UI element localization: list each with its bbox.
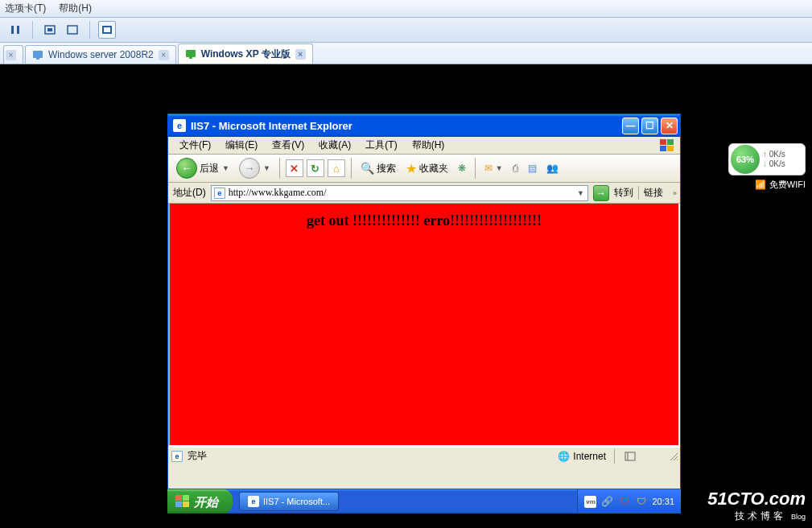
taskbar-item-ie[interactable]: e IIS7 - Microsoft...	[239, 492, 339, 511]
address-input[interactable]	[229, 187, 573, 199]
resize-grip[interactable]	[649, 449, 680, 464]
ie-window: IIS7 - Microsoft Internet Explorer — ☐ ✕…	[167, 113, 681, 489]
security-center-icon[interactable]: 🛡	[635, 496, 647, 508]
chevron-down-icon[interactable]: ▼	[496, 164, 503, 172]
zone-label: Internet	[573, 451, 606, 462]
watermark: 51CTO.com 技术博客Blog	[707, 490, 806, 523]
vm-icon	[32, 49, 43, 60]
menu-edit[interactable]: 编辑(E)	[219, 137, 264, 154]
maximize-button[interactable]: ☐	[641, 118, 658, 134]
mail-button[interactable]: ✉▼	[481, 157, 506, 179]
chevron-down-icon[interactable]: ▼	[577, 189, 587, 197]
separator	[89, 21, 90, 39]
vm-tab-xp[interactable]: Windows XP 专业版 ×	[178, 43, 313, 64]
refresh-button[interactable]: ↻	[307, 159, 324, 177]
upload-rate: 0K/s	[769, 150, 785, 159]
stop-button[interactable]: ✕	[286, 159, 303, 177]
xp-taskbar: 开始 e IIS7 - Microsoft... vm 🔗 🛡 🛡 20:31	[167, 489, 681, 514]
back-button[interactable]: ← 后退 ▼	[173, 157, 233, 179]
wifi-icon: 📶	[755, 179, 766, 190]
security-shield-icon[interactable]: 🛡	[618, 496, 630, 508]
svg-rect-0	[11, 26, 14, 34]
menu-view[interactable]: 查看(V)	[266, 137, 311, 154]
svg-rect-15	[625, 452, 635, 460]
close-icon[interactable]: ×	[159, 50, 169, 60]
close-icon[interactable]: ×	[6, 50, 16, 60]
favorites-button[interactable]: ★ 收藏夹	[402, 157, 451, 179]
print-icon: ⎙	[513, 163, 518, 174]
address-input-wrap[interactable]: e ▼	[211, 185, 588, 201]
download-rate: 0K/s	[769, 159, 785, 168]
messenger-icon: 👥	[546, 163, 559, 174]
svg-rect-14	[667, 146, 674, 151]
sidebar-toggle[interactable]	[614, 449, 645, 464]
separator	[351, 158, 352, 179]
edit-button[interactable]: ▤	[525, 157, 540, 179]
chevron-down-icon[interactable]: ▼	[222, 164, 229, 172]
menu-file[interactable]: 文件(F)	[173, 137, 217, 154]
svg-line-17	[670, 453, 678, 460]
separator	[32, 21, 33, 39]
host-menu-help[interactable]: 帮助(H)	[59, 2, 92, 15]
globe-icon: 🌐	[558, 451, 570, 462]
page-content[interactable]: get out !!!!!!!!!!!!!! erro!!!!!!!!!!!!!…	[168, 204, 680, 447]
history-button[interactable]: ❋	[455, 157, 469, 179]
windows-flag-icon	[656, 138, 678, 154]
vm-tabstrip: × Windows server 2008R2 × Windows XP 专业版…	[0, 43, 812, 64]
print-button[interactable]: ⎙	[509, 157, 521, 179]
page-icon: e	[214, 188, 225, 199]
forward-icon: →	[239, 158, 260, 179]
task-label: IIS7 - Microsoft...	[263, 497, 330, 506]
partial-tab[interactable]: ×	[3, 45, 23, 64]
vm-icon	[185, 48, 196, 60]
snapshot-icon[interactable]	[41, 21, 59, 39]
start-button[interactable]: 开始	[167, 489, 233, 514]
watermark-sub: 技术博客	[735, 510, 786, 522]
tab-label: Windows server 2008R2	[48, 49, 154, 60]
minimize-button[interactable]: —	[622, 118, 639, 134]
host-menubar: 选项卡(T) 帮助(H)	[0, 0, 812, 18]
host-menu-tabs[interactable]: 选项卡(T)	[5, 2, 46, 15]
vm-tools-icon[interactable]: vm	[584, 496, 596, 508]
svg-rect-7	[33, 51, 43, 58]
watermark-blog: Blog	[791, 513, 806, 521]
home-icon: ⌂	[333, 163, 340, 175]
wifi-label[interactable]: 📶 免费WIFI	[755, 179, 806, 191]
svg-rect-1	[17, 26, 19, 34]
fit-icon[interactable]	[64, 21, 81, 39]
forward-button[interactable]: → ▼	[236, 157, 274, 179]
search-button[interactable]: 🔍 搜索	[357, 157, 399, 179]
svg-rect-12	[667, 139, 674, 145]
menu-tools[interactable]: 工具(T)	[359, 137, 403, 154]
ie-menubar: 文件(F) 编辑(E) 查看(V) 收藏(A) 工具(T) 帮助(H)	[168, 137, 680, 155]
separator	[279, 158, 280, 179]
security-zone[interactable]: 🌐 Internet	[558, 451, 609, 462]
net-rates: ↑ 0K/s ↓ 0K/s	[763, 150, 785, 169]
vm-tab-2008r2[interactable]: Windows server 2008R2 ×	[25, 45, 176, 64]
mail-icon: ✉	[484, 163, 493, 174]
host-toolbar	[0, 18, 812, 43]
clock[interactable]: 20:31	[652, 497, 674, 506]
ie-icon: e	[248, 496, 259, 507]
resize-icon	[669, 452, 678, 461]
close-icon[interactable]: ×	[295, 49, 306, 60]
go-label: 转到	[614, 186, 633, 200]
svg-rect-6	[104, 27, 110, 32]
ie-titlebar[interactable]: IIS7 - Microsoft Internet Explorer — ☐ ✕	[168, 114, 680, 137]
links-label[interactable]: 链接	[638, 186, 668, 200]
pause-icon[interactable]	[6, 21, 24, 39]
messenger-button[interactable]: 👥	[543, 157, 562, 179]
separator	[475, 158, 476, 179]
chevron-right-icon[interactable]: »	[673, 189, 680, 197]
menu-help[interactable]: 帮助(H)	[406, 137, 451, 154]
close-button[interactable]: ✕	[661, 118, 678, 134]
home-button[interactable]: ⌂	[328, 159, 345, 177]
network-widget[interactable]: 63% ↑ 0K/s ↓ 0K/s	[728, 143, 806, 175]
chevron-down-icon[interactable]: ▼	[263, 164, 270, 172]
menu-favorites[interactable]: 收藏(A)	[312, 137, 357, 154]
wifi-text: 免费WIFI	[769, 179, 806, 191]
status-text: 完毕	[188, 449, 207, 463]
go-button[interactable]: →	[593, 185, 609, 201]
network-icon[interactable]: 🔗	[601, 496, 613, 508]
fullscreen-icon[interactable]	[98, 21, 116, 39]
